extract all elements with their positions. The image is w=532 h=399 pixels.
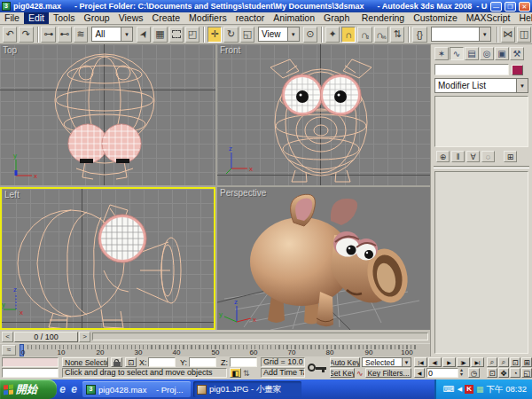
menu-maxscript[interactable]: MAXScript [462,12,515,24]
tab-create[interactable]: ✶ [434,47,449,60]
redo-button[interactable]: ↷ [19,27,33,43]
prompt-toggle-a[interactable]: ◧ [230,368,241,378]
zoom-button[interactable]: ⌕ [487,357,497,367]
select-and-move-button[interactable]: ✛ [207,27,222,43]
go-to-start-button[interactable]: |◀ [414,357,427,367]
percent-snap-button[interactable]: ∩% [374,27,388,43]
time-slider-handle[interactable]: 0 / 100 [14,332,78,342]
tray-collapse-icon[interactable]: ◀ [458,386,462,393]
modifier-list-dropdown[interactable]: Modifier List ▼ [434,78,528,93]
tab-utilities[interactable]: ⚒ [510,47,524,60]
tray-network-icon[interactable]: ▦ [476,385,484,394]
object-color-swatch[interactable] [512,65,523,75]
select-by-name-button[interactable]: ▦ [153,27,167,43]
menu-tools[interactable]: Tools [49,12,80,24]
viewport-front[interactable]: z x Front [217,44,430,185]
x-coordinate-field[interactable] [148,357,176,367]
menu-animation[interactable]: Animation [269,12,319,24]
named-selection-sets-button[interactable]: {} [412,27,426,43]
tab-modify[interactable]: ∿ [450,47,464,60]
menu-reactor[interactable]: reactor [231,12,270,24]
prompt-toggle-b[interactable]: ⇅ [243,369,250,378]
menu-rendering[interactable]: Rendering [357,12,409,24]
current-frame-field[interactable] [426,368,458,378]
quick-launch-ie2-icon[interactable]: e [68,383,80,395]
viewport-label-top[interactable]: Top [3,45,17,55]
previous-frame-button[interactable]: ◀| [428,357,442,367]
go-to-frame-button[interactable]: ◀ [414,368,425,378]
select-and-link-button[interactable]: ⊶ [41,27,55,43]
arc-rotate-button[interactable]: ◔ [510,368,520,378]
snap-toggle-button[interactable]: ∩ [341,27,356,43]
mirror-button[interactable]: ⋈ [501,27,515,43]
next-frame-button[interactable]: |▶ [457,357,470,367]
remove-modifier-button[interactable]: ◌ [481,151,495,162]
auto-key-button[interactable]: Auto Key [330,357,360,367]
select-and-manipulate-button[interactable]: ✦ [325,27,340,43]
viewport-perspective[interactable]: z y x Perspective [217,187,430,330]
key-filters-button[interactable]: Key Filters... [365,368,411,378]
tab-hierarchy[interactable]: ▤ [465,47,479,60]
viewport-top[interactable]: y x Top [0,44,215,185]
selection-lock-toggle[interactable] [111,357,122,367]
add-time-tag[interactable]: Add Time Tag [261,368,305,378]
show-end-result-button[interactable]: ‖ [451,151,465,162]
set-key-button[interactable]: Set Key [330,368,355,378]
viewport-label-front[interactable]: Front [220,45,240,55]
mini-curve-editor-button[interactable]: ≈ [2,345,16,356]
absolute-offset-toggle[interactable]: ⊡ [125,357,137,367]
pin-stack-button[interactable]: ⊕ [436,151,450,162]
zoom-extents-all-button[interactable]: ⊞ [521,357,532,367]
maximize-viewport-toggle[interactable]: ◱ [521,368,532,378]
undo-button[interactable]: ↶ [3,27,17,43]
select-object-button[interactable]: ➤ [137,27,151,43]
tab-motion[interactable]: ◎ [480,47,494,60]
bind-to-space-warp-button[interactable]: ≋ [74,27,88,43]
next-frame-arrow[interactable]: > [79,332,90,342]
spinner-snap-button[interactable]: ⇅ [390,27,404,43]
play-button[interactable]: ▶ [442,357,456,367]
track-bar[interactable]: ≈ 0 10 20 30 40 50 60 70 80 90 100 [0,343,430,356]
y-coordinate-field[interactable] [189,357,216,367]
menu-file[interactable]: File [0,12,24,24]
tray-antivirus-icon[interactable]: K [465,385,473,394]
configure-modifier-sets-button[interactable]: ⊞ [504,151,517,162]
menu-views[interactable]: Views [114,12,148,24]
use-pivot-center-button[interactable]: ⊙ [303,27,317,43]
menu-help[interactable]: Help [514,12,532,24]
region-zoom-button[interactable]: ⊡ [487,368,497,378]
viewport-left-active[interactable]: z y x Left [0,187,215,330]
selection-filter-dropdown[interactable]: All ▼ [91,27,133,42]
time-configuration-button[interactable]: ◷ [468,368,480,378]
minimize-button[interactable]: — [490,2,502,12]
object-name-field[interactable] [434,64,509,75]
close-button[interactable]: ✕ [519,2,530,12]
viewport-label-left[interactable]: Left [4,190,20,200]
frame-spinner[interactable]: ▴▾ [460,368,463,377]
previous-frame-arrow[interactable]: < [2,332,13,342]
rectangular-selection-region-button[interactable] [169,27,184,43]
angle-snap-button[interactable]: ∩3 [357,27,372,43]
align-button[interactable]: ◫ [517,27,531,43]
z-coordinate-field[interactable] [230,357,257,367]
start-button[interactable]: 開始 [0,379,57,399]
menu-edit[interactable]: Edit [24,12,49,24]
menu-customize[interactable]: Customize [409,12,462,24]
select-and-rotate-button[interactable]: ↻ [223,27,238,43]
make-unique-button[interactable]: ∀ [466,151,480,162]
go-to-end-button[interactable]: ▶| [471,357,484,367]
key-filter-dropdown[interactable]: Selected ▼ [362,357,411,367]
time-slider-groove[interactable] [92,332,428,340]
pan-button[interactable]: ✥ [498,368,509,378]
named-selection-dropdown[interactable]: ▼ [431,27,491,42]
taskbar-item-3dsmax[interactable]: 3 pig0428.max - Proj... [82,381,191,397]
modifier-stack-list[interactable] [434,96,528,147]
menu-graph-editors[interactable]: Graph Editors [319,12,357,24]
quick-launch-ie-icon[interactable]: e [57,383,68,395]
unlink-selection-button[interactable]: ⊷ [58,27,72,43]
taskbar-item-paint[interactable]: pig01.JPG - 小畫家 [193,381,301,397]
window-crossing-button[interactable]: ◰ [185,27,200,43]
viewport-label-perspective[interactable]: Perspective [220,188,266,198]
menu-create[interactable]: Create [148,12,185,24]
maxscript-listener-pink[interactable] [2,357,59,367]
